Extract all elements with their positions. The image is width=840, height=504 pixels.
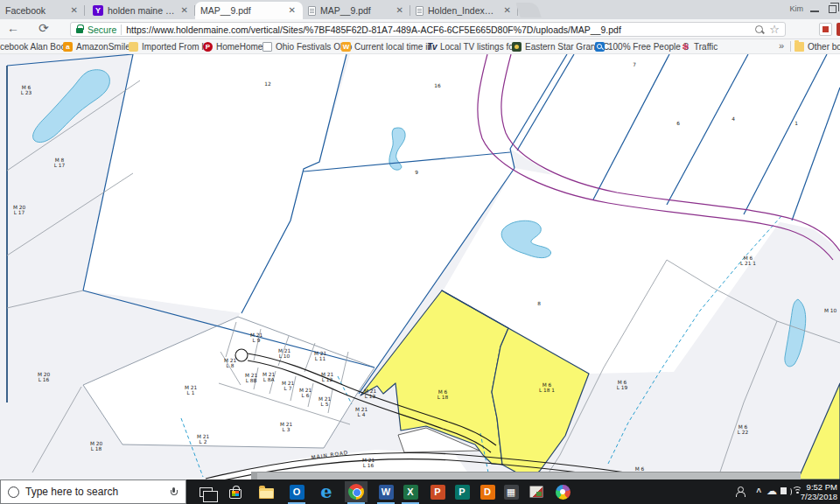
bookmark-item[interactable]: ✻Traffic	[681, 40, 718, 53]
page-favicon	[262, 42, 272, 52]
map-label: M 6L 19	[617, 380, 628, 391]
publisher-icon[interactable]: P	[451, 481, 473, 502]
edge-icon[interactable]: e	[315, 481, 338, 502]
map-label: 7	[633, 62, 636, 67]
onedrive-cloud-icon[interactable]: ☁	[766, 485, 777, 497]
bookmark-star-icon[interactable]: ☆	[769, 24, 780, 35]
map-label: M 21L 11	[314, 351, 327, 362]
map-label: M 20L 17	[13, 205, 26, 216]
back-icon[interactable]: ←	[7, 21, 19, 35]
tab-close-icon[interactable]: ✕	[179, 6, 190, 15]
padlock-icon	[76, 28, 83, 33]
map-label: M 21L 16	[362, 458, 375, 469]
map-label: 6	[676, 121, 680, 126]
map-label: M 20L 16	[38, 372, 51, 383]
file-explorer-icon[interactable]	[255, 481, 277, 502]
bookmarks-divider	[790, 41, 791, 52]
extension-icon[interactable]	[819, 23, 832, 36]
new-tab-button[interactable]	[515, 3, 542, 18]
taskbar-search[interactable]: Type here to search	[0, 480, 186, 504]
map-label: M 20L 18	[90, 441, 103, 452]
map-label: 1	[794, 121, 798, 126]
w-favicon: W	[341, 42, 351, 52]
browser-tab[interactable]: MAP__9.pdf✕	[195, 2, 303, 19]
map-label: 8	[537, 301, 541, 306]
bookmark-item[interactable]: cebook Alan Book	[0, 40, 70, 53]
map-label: M 8L 17	[54, 158, 66, 169]
excel-icon[interactable]: X	[399, 481, 422, 502]
bookmarks-overflow-chevron[interactable]: »	[779, 40, 784, 51]
clock-date: 7/23/2018	[801, 492, 837, 501]
task-view-icon[interactable]	[194, 481, 217, 502]
tab-title: MAP__9.pdf	[320, 5, 390, 16]
tv-favicon: Tv	[427, 42, 437, 52]
powerpoint-icon[interactable]: P	[426, 481, 449, 502]
bookmark-label: Imported From IE	[142, 42, 210, 52]
clock-time: 9:52 PM	[801, 482, 837, 492]
browser-toolbar: ← ⟳ Secure https://www.holdenmaine.com/v…	[0, 19, 840, 39]
bookmark-item[interactable]: Ohio Festivals Ohio	[262, 40, 352, 53]
screen: Facebook✕Yholden maine - Yahoo S✕MAP__9.…	[0, 0, 840, 504]
pinterest-favicon: P	[203, 42, 213, 52]
profile-name[interactable]: Kim	[790, 4, 804, 13]
map-label: M 6	[635, 466, 645, 472]
map-label: 12	[264, 81, 271, 87]
security-label: Secure	[88, 24, 116, 35]
word-icon[interactable]: W	[374, 481, 397, 502]
outlook-icon[interactable]: O	[285, 481, 308, 502]
tab-close-icon[interactable]: ✕	[502, 6, 513, 15]
minimize-button-icon[interactable]	[810, 10, 819, 12]
browser-tab[interactable]: Holden_Index_updated_2✕	[410, 2, 518, 19]
microphone-icon[interactable]	[171, 487, 177, 496]
show-hidden-icons-chevron[interactable]: ^	[756, 487, 761, 497]
map-label: 9	[415, 170, 418, 175]
bookmark-item[interactable]: aAmazonSmile	[63, 40, 130, 53]
picasa-icon[interactable]	[551, 481, 574, 502]
calculator-icon[interactable]: ▦	[500, 481, 522, 502]
tab-close-icon[interactable]: ✕	[395, 6, 405, 15]
bookmark-item[interactable]: PHomeHome	[203, 40, 262, 53]
browser-tab[interactable]: Facebook✕	[0, 2, 85, 19]
volume-icon[interactable]	[780, 486, 789, 495]
address-bar[interactable]: Secure https://www.holdenmaine.com/verti…	[70, 22, 786, 37]
map-label: M 6L 22	[738, 424, 749, 436]
d-app-icon[interactable]: D	[476, 481, 499, 502]
bookmark-label: Other boo	[808, 42, 840, 52]
flower-favicon: ✻	[681, 42, 690, 52]
tab-close-icon[interactable]: ✕	[69, 6, 80, 15]
map-label: M 21L 8A	[262, 372, 276, 383]
zoom-search-icon[interactable]	[754, 24, 765, 35]
browser-tab[interactable]: MAP__9.pdf✕	[303, 2, 410, 19]
restore-button-icon[interactable]	[829, 5, 836, 13]
amazon-favicon: a	[63, 42, 73, 52]
url-text[interactable]: https://www.holdenmaine.com/vertical/Sit…	[126, 24, 750, 35]
map-label: M 6L 23	[21, 85, 32, 96]
bookmark-item[interactable]: WCurrent local time in	[341, 40, 432, 53]
map-label: M 10	[824, 308, 837, 313]
bookmark-item[interactable]: TvLocal TV listings for	[427, 40, 516, 53]
map-label: M 21L 13	[364, 388, 377, 400]
extension-icon-clipped[interactable]	[836, 23, 840, 36]
browser-tab[interactable]: Yholden maine - Yahoo S✕	[88, 2, 195, 19]
map-label: M 21L 8B	[245, 373, 258, 384]
document-favicon	[416, 6, 424, 16]
store-icon[interactable]	[224, 481, 247, 502]
search-placeholder: Type here to search	[25, 486, 171, 498]
pdf-map-viewer[interactable]: M 6L 23M 8L 17M 20L 17M 20L 16M 20L 18M …	[0, 54, 840, 480]
folder-icon	[794, 42, 804, 52]
omnibox-divider	[121, 24, 122, 35]
reload-icon[interactable]: ⟳	[38, 21, 49, 35]
bookmarks-bar: cebook Alan BookaAmazonSmileImported Fro…	[0, 39, 840, 54]
pdf-horizontal-scrollbar[interactable]	[251, 472, 801, 480]
people-icon[interactable]	[735, 486, 746, 497]
bookmark-item[interactable]: Imported From IE	[129, 40, 210, 53]
mail-photo-icon[interactable]	[525, 481, 548, 502]
taskbar-clock[interactable]: 9:52 PM 7/23/2018	[801, 482, 837, 501]
bookmark-item[interactable]: 100% Free People S	[595, 40, 689, 53]
other-bookmarks[interactable]: Other boo	[794, 40, 840, 53]
chrome-icon[interactable]	[345, 481, 368, 502]
search-favicon	[595, 42, 605, 52]
tab-title: holden maine - Yahoo S	[108, 5, 175, 16]
map-label: 4	[732, 116, 735, 122]
tab-close-icon[interactable]: ✕	[287, 6, 298, 15]
